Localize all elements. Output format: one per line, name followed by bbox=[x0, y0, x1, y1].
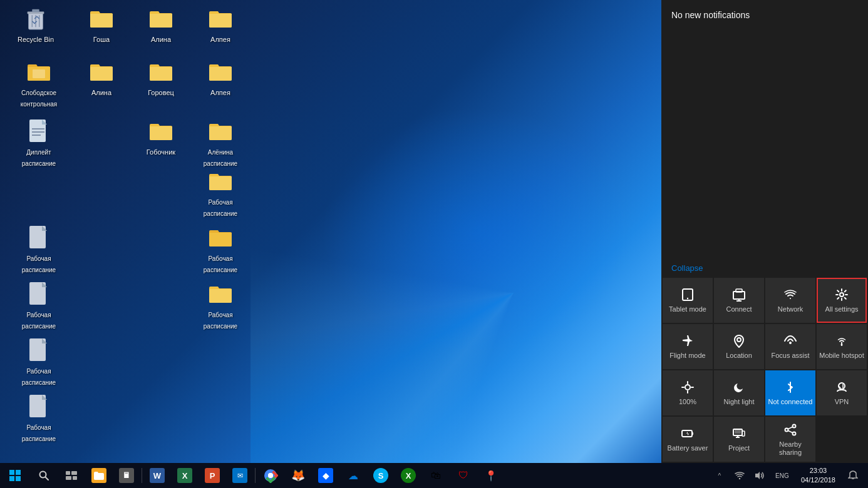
folder-9-label: Рабочая расписание bbox=[204, 255, 237, 273]
recycle-bin-icon[interactable]: Recycle Bin bbox=[11, 3, 61, 47]
pinned-skype[interactable]: S bbox=[367, 463, 395, 488]
tray-notification-center[interactable] bbox=[843, 463, 863, 488]
pinned-store[interactable]: 🛍 bbox=[422, 463, 450, 488]
powerpoint-icon: P bbox=[205, 468, 220, 483]
pinned-outlook[interactable]: ✉ bbox=[226, 463, 254, 488]
flight-mode-icon bbox=[681, 334, 695, 348]
pinned-chrome[interactable] bbox=[257, 463, 284, 488]
bluetooth-icon bbox=[783, 380, 797, 394]
pinned-word[interactable]: W bbox=[143, 463, 171, 488]
folder-3-label: Алпея bbox=[210, 36, 230, 43]
pinned-xbox[interactable]: X bbox=[395, 463, 422, 488]
desktop-folder-4[interactable]: Алина bbox=[76, 56, 127, 100]
svg-point-42 bbox=[785, 428, 788, 431]
qa-focus-assist[interactable]: Focus assist bbox=[765, 324, 815, 369]
desktop-folder-special-1[interactable]: Слободское контрольная bbox=[14, 56, 64, 111]
pinned-maps[interactable]: 📍 bbox=[477, 463, 505, 488]
file-3-label: Рабочая расписание bbox=[22, 255, 56, 273]
desktop-file-3[interactable]: Рабочая расписание bbox=[14, 222, 64, 277]
svg-line-45 bbox=[788, 430, 793, 433]
qa-network[interactable]: Network bbox=[765, 278, 815, 323]
tray-clock[interactable]: 23:03 04/12/2018 bbox=[796, 463, 840, 488]
desktop-folder-9[interactable]: Рабочая расписание bbox=[195, 222, 245, 277]
pinned-excel[interactable]: X bbox=[171, 463, 199, 488]
file-2-label: Рабочая расписание bbox=[204, 199, 237, 217]
battery-saver-icon bbox=[681, 427, 695, 440]
desktop-folder-10[interactable]: Рабочая расписание bbox=[195, 278, 245, 333]
qa-bluetooth[interactable]: Not connected bbox=[765, 370, 815, 415]
svg-line-51 bbox=[46, 477, 49, 480]
qa-vpn[interactable]: VPN bbox=[817, 370, 867, 415]
qa-bluetooth-label: Not connected bbox=[768, 398, 813, 406]
task-view-button[interactable] bbox=[58, 463, 85, 488]
svg-rect-17 bbox=[733, 292, 745, 299]
qa-brightness[interactable]: 100% bbox=[663, 370, 713, 415]
ac-collapse-button[interactable]: Collapse bbox=[661, 260, 868, 277]
qa-focus-assist-label: Focus assist bbox=[771, 352, 809, 360]
svg-rect-48 bbox=[9, 476, 14, 481]
qa-tablet-mode[interactable]: Tablet mode bbox=[663, 278, 713, 323]
desktop-folder-2[interactable]: Алина bbox=[136, 3, 186, 47]
qa-connect[interactable]: Connect bbox=[714, 278, 764, 323]
folder-special-1-label: Слободское контрольная bbox=[21, 89, 58, 108]
desktop-file-6[interactable]: Рабочая расписание bbox=[14, 391, 64, 446]
svg-line-44 bbox=[788, 427, 793, 429]
qa-night-light[interactable]: Night light bbox=[714, 370, 764, 415]
pinned-file-explorer[interactable] bbox=[85, 463, 113, 488]
qa-battery-saver[interactable]: Battery saver bbox=[663, 417, 713, 462]
project-icon bbox=[732, 427, 746, 440]
tray-show-hidden[interactable]: ^ bbox=[711, 463, 728, 488]
search-button[interactable] bbox=[30, 463, 58, 488]
xbox-icon: X bbox=[401, 468, 416, 483]
desktop-file-5[interactable]: Рабочая расписание bbox=[14, 335, 64, 390]
svg-rect-35 bbox=[692, 432, 693, 435]
desktop-folder-5[interactable]: Горовец bbox=[136, 56, 186, 100]
svg-point-43 bbox=[793, 432, 796, 435]
store-icon: 🛍 bbox=[428, 468, 443, 483]
desktop-folder-8[interactable]: Алёнина расписание bbox=[195, 116, 245, 171]
qa-mobile-hotspot[interactable]: Mobile hotspot bbox=[817, 324, 867, 369]
folder-7-label: Гобочник bbox=[147, 148, 175, 156]
desktop-folder-6[interactable]: Алпея bbox=[195, 56, 245, 100]
desktop-folder-3[interactable]: Алпея bbox=[195, 3, 245, 47]
pinned-antivirus[interactable]: 🛡 bbox=[450, 463, 477, 488]
tray-time: 23:03 bbox=[810, 466, 827, 475]
svg-rect-47 bbox=[16, 470, 21, 475]
svg-rect-46 bbox=[9, 470, 14, 475]
all-settings-icon bbox=[835, 288, 849, 302]
qa-network-label: Network bbox=[778, 305, 803, 313]
qa-nearby-sharing[interactable]: Nearby sharing bbox=[765, 417, 815, 462]
desktop-folder-1[interactable]: Гоша bbox=[76, 3, 127, 47]
svg-point-41 bbox=[793, 424, 796, 427]
folder-10-label: Рабочая расписание bbox=[204, 312, 237, 330]
folder-6-label: Алпея bbox=[210, 89, 230, 96]
folder-1-label: Гоша bbox=[93, 36, 110, 43]
desktop-folder-7[interactable]: Гобочник bbox=[136, 116, 186, 160]
focus-assist-icon bbox=[783, 334, 797, 348]
pinned-dropbox[interactable]: ◆ bbox=[312, 463, 339, 488]
tray-language[interactable]: ENG bbox=[771, 463, 793, 488]
vpn-icon bbox=[835, 380, 849, 394]
qa-mobile-hotspot-label: Mobile hotspot bbox=[819, 352, 864, 360]
pinned-calculator[interactable]: 🖩 bbox=[113, 463, 140, 488]
desktop-file-4[interactable]: Рабочая расписание bbox=[14, 278, 64, 333]
tray-volume[interactable] bbox=[751, 463, 768, 488]
desktop-file-2[interactable]: Рабочая расписание bbox=[195, 166, 245, 221]
pinned-firefox[interactable]: 🦊 bbox=[284, 463, 312, 488]
outlook-icon: ✉ bbox=[232, 468, 247, 483]
qa-all-settings-label: All settings bbox=[825, 305, 858, 313]
pinned-onedrive[interactable]: ☁ bbox=[339, 463, 367, 488]
desktop-file-1[interactable]: Диплейт расписание bbox=[14, 116, 64, 171]
qa-flight-mode[interactable]: Flight mode bbox=[663, 324, 713, 369]
start-button[interactable] bbox=[0, 463, 30, 488]
svg-rect-55 bbox=[73, 476, 77, 480]
qa-location[interactable]: Location bbox=[714, 324, 764, 369]
svg-rect-53 bbox=[71, 471, 77, 475]
skype-icon: S bbox=[373, 468, 388, 483]
qa-location-label: Location bbox=[726, 352, 752, 360]
tray-network[interactable] bbox=[731, 463, 748, 488]
qa-project[interactable]: Project bbox=[714, 417, 764, 462]
pinned-powerpoint[interactable]: P bbox=[199, 463, 226, 488]
svg-point-31 bbox=[839, 383, 845, 389]
qa-all-settings[interactable]: All settings bbox=[817, 278, 867, 323]
